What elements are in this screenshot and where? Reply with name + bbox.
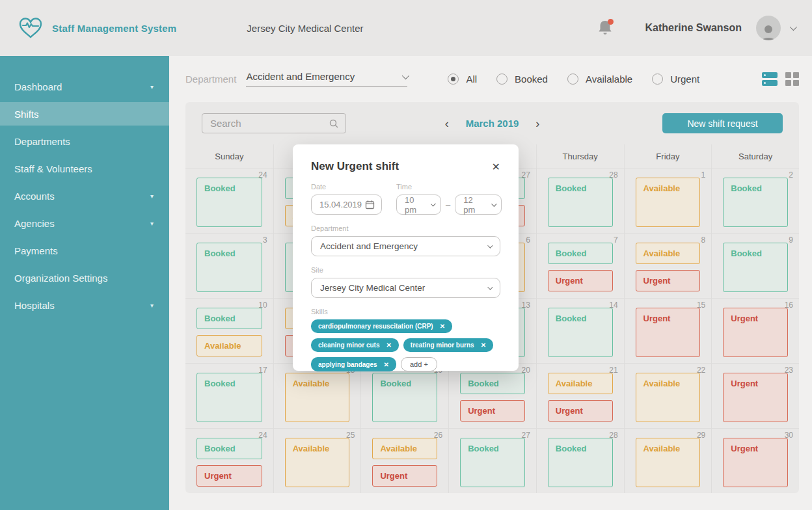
sidebar-item-dashboard[interactable]: Dashboard▾ <box>0 73 169 100</box>
shift-badge-booked[interactable]: Booked <box>460 373 525 394</box>
status-radio-group: AllBookedAvailalableUrgent <box>448 74 699 85</box>
shift-badge-booked[interactable]: Booked <box>196 308 262 329</box>
close-icon[interactable]: ✕ <box>492 161 500 173</box>
shift-badge-urgent[interactable]: Urgent <box>372 465 437 487</box>
calendar-day-cell[interactable]: 21AvailableUrgent <box>536 364 624 428</box>
calendar-day-cell[interactable]: 23Urgent <box>711 364 799 428</box>
shift-badge-available[interactable]: Available <box>196 335 262 356</box>
shift-badge-urgent[interactable]: Urgent <box>196 465 262 487</box>
time-to-select[interactable]: 12 pm <box>455 195 502 215</box>
shift-badge-booked[interactable]: Booked <box>196 373 262 422</box>
shift-badge-available[interactable]: Available <box>636 373 701 422</box>
remove-skill-icon[interactable]: ✕ <box>386 342 391 349</box>
shift-badges: BookedUrgent <box>548 243 613 291</box>
shift-badge-urgent[interactable]: Urgent <box>548 400 613 422</box>
calendar-day-cell[interactable]: 26AvailableUrgent <box>360 429 448 493</box>
time-from-select[interactable]: 10 pm <box>396 195 441 215</box>
shift-badge-available[interactable]: Available <box>285 438 350 487</box>
prev-month-icon[interactable]: ‹ <box>445 118 449 129</box>
calendar-day-cell[interactable]: 17Booked <box>185 364 273 428</box>
shift-badge-urgent[interactable]: Urgent <box>723 373 788 422</box>
sidebar-item-payments[interactable]: Payments <box>0 237 169 264</box>
status-radio-urgent[interactable]: Urgent <box>652 74 699 85</box>
calendar-day-cell[interactable]: 24BookedUrgent <box>185 429 273 493</box>
search-input[interactable] <box>210 118 321 129</box>
shift-badge-available[interactable]: Available <box>636 178 701 227</box>
user-menu-chevron-icon[interactable] <box>790 23 797 31</box>
calendar-day-cell[interactable]: 22Available <box>624 364 712 428</box>
shift-badge-urgent[interactable]: Urgent <box>636 270 701 291</box>
status-radio-all[interactable]: All <box>448 74 477 85</box>
sidebar-item-departments[interactable]: Departments <box>0 128 169 155</box>
sidebar-item-agencies[interactable]: Agencies▾ <box>0 209 169 237</box>
calendar-day-cell[interactable]: 29Available <box>624 429 712 493</box>
sidebar-item-accounts[interactable]: Accounts▾ <box>0 182 169 209</box>
sidebar-item-organization-settings[interactable]: Organization Settings <box>0 264 169 291</box>
shift-badge-booked[interactable]: Booked <box>548 178 613 227</box>
calendar-day-cell[interactable]: 18Available <box>273 364 361 428</box>
shift-badge-booked[interactable]: Booked <box>548 438 613 487</box>
calendar-day-cell[interactable]: 30Urgent <box>711 429 799 493</box>
calendar-day-cell[interactable]: 28Booked <box>536 168 624 233</box>
grid-view-icon[interactable] <box>785 72 799 86</box>
status-radio-booked[interactable]: Booked <box>496 74 548 85</box>
remove-skill-icon[interactable]: ✕ <box>481 342 486 349</box>
status-radio-availalable[interactable]: Availalable <box>567 74 632 85</box>
shift-badge-available[interactable]: Available <box>548 373 613 394</box>
shift-badge-available[interactable]: Available <box>372 438 437 459</box>
date-field[interactable] <box>311 195 382 215</box>
site-select[interactable]: Jersey City Medical Center <box>311 278 500 298</box>
shift-badge-available[interactable]: Available <box>636 243 701 264</box>
calendar-day-cell[interactable]: 1Available <box>624 168 712 233</box>
remove-skill-icon[interactable]: ✕ <box>384 361 389 368</box>
add-skill-button[interactable]: add + <box>401 357 437 371</box>
sidebar-item-shifts[interactable]: Shifts <box>0 102 169 126</box>
calendar-day-cell[interactable]: 27Booked <box>448 429 536 493</box>
user-avatar[interactable] <box>756 16 781 40</box>
shift-badge-booked[interactable]: Booked <box>723 243 788 292</box>
modal-department-select[interactable]: Accident and Emergency <box>311 236 500 256</box>
calendar-day-cell[interactable]: 24Booked <box>185 168 273 233</box>
shift-badge-available[interactable]: Available <box>636 438 701 487</box>
list-view-icon[interactable] <box>762 72 778 86</box>
shift-badge-urgent[interactable]: Urgent <box>723 438 788 487</box>
notifications-bell-icon[interactable] <box>597 19 614 37</box>
shift-badge-urgent[interactable]: Urgent <box>460 400 525 422</box>
calendar-day-cell[interactable]: 16Urgent <box>711 299 799 363</box>
sidebar-item-staff-volunteers[interactable]: Staff & Volunteers <box>0 155 169 182</box>
calendar-day-cell[interactable]: 8AvailableUrgent <box>624 234 712 298</box>
sidebar-item-hospitals[interactable]: Hospitals▾ <box>0 291 169 319</box>
shift-badge-urgent[interactable]: Urgent <box>723 308 788 357</box>
date-input[interactable] <box>319 200 365 209</box>
calendar-day-cell[interactable]: 25Available <box>273 429 361 493</box>
time-field-label: Time <box>396 183 502 191</box>
shift-badge-available[interactable]: Available <box>285 373 350 422</box>
calendar-day-cell[interactable]: 20BookedUrgent <box>448 364 536 428</box>
calendar-day-cell[interactable]: 10BookedAvailable <box>185 299 273 363</box>
shift-badge-booked[interactable]: Booked <box>196 438 262 459</box>
shift-badge-booked[interactable]: Booked <box>372 373 437 422</box>
next-month-icon[interactable]: › <box>535 118 539 129</box>
calendar-day-cell[interactable]: 7BookedUrgent <box>536 234 624 298</box>
calendar-day-cell[interactable]: 2Booked <box>711 168 799 233</box>
calendar-day-cell[interactable]: 3Booked <box>185 234 273 298</box>
calendar-day-cell[interactable]: 9Booked <box>711 234 799 298</box>
new-shift-request-button[interactable]: New shift request <box>662 113 783 133</box>
department-filter-select[interactable]: Accident and Emergency <box>246 71 407 87</box>
shift-badge-urgent[interactable]: Urgent <box>548 270 613 291</box>
shift-badge-booked[interactable]: Booked <box>723 178 788 227</box>
search-box[interactable] <box>202 113 346 133</box>
shift-badge-urgent[interactable]: Urgent <box>636 308 701 357</box>
shift-badge-booked[interactable]: Booked <box>548 243 613 264</box>
shift-badge-booked[interactable]: Booked <box>196 178 262 227</box>
calendar-day-cell[interactable]: 28Booked <box>536 429 624 493</box>
calendar-day-cell[interactable]: 14Booked <box>536 299 624 363</box>
shift-badge-booked[interactable]: Booked <box>196 243 262 292</box>
shift-badge-booked[interactable]: Booked <box>460 438 525 487</box>
shift-badge-booked[interactable]: Booked <box>548 308 613 357</box>
shift-badges: Available <box>636 438 701 487</box>
calendar-day-cell[interactable]: 15Urgent <box>624 299 712 363</box>
remove-skill-icon[interactable]: ✕ <box>440 323 445 330</box>
shift-badges: Booked <box>372 373 437 422</box>
calendar-day-cell[interactable]: 19Booked <box>360 364 448 428</box>
